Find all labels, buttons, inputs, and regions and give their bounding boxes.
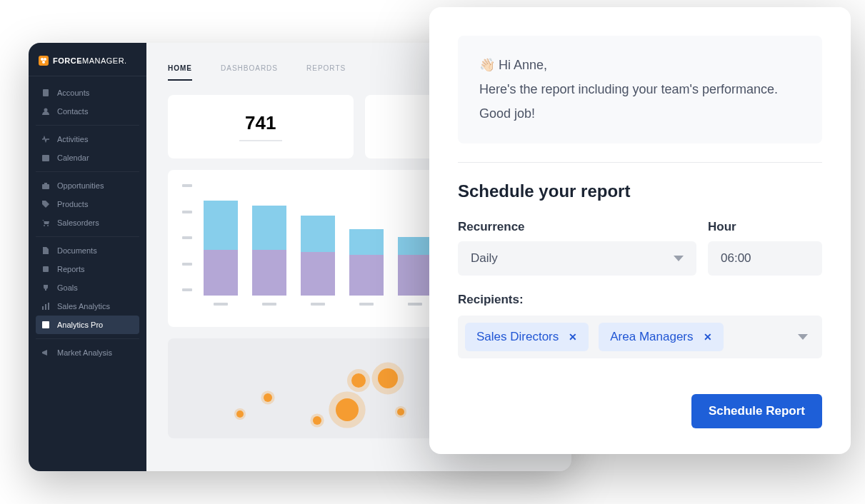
stat-value: 741 (189, 112, 332, 134)
map-dot (236, 410, 244, 418)
sidebar-item-goals[interactable]: Goals (36, 278, 139, 297)
svg-rect-7 (44, 183, 47, 184)
svg-point-8 (44, 225, 45, 226)
tag-icon (41, 200, 50, 208)
sidebar-item-activities[interactable]: Activities (36, 130, 139, 148)
svg-rect-12 (42, 306, 44, 310)
map-dot (351, 373, 366, 388)
svg-rect-13 (45, 304, 46, 310)
sidebar-item-label: Contacts (57, 107, 88, 116)
divider (458, 162, 822, 163)
hour-input[interactable]: 06:00 (708, 241, 822, 276)
sidebar-item-reports[interactable]: Reports (36, 260, 139, 278)
svg-point-0 (41, 58, 44, 61)
greeting-box: 👋🏻 Hi Anne, Here's the report including … (458, 36, 822, 143)
sidebar-item-label: Opportunities (57, 181, 104, 190)
recipient-chip: Sales Directors✕ (465, 323, 589, 351)
svg-rect-10 (43, 266, 49, 272)
sidebar-item-calendar[interactable]: Calendar (36, 148, 139, 167)
sidebar-item-opportunities[interactable]: Opportunities (36, 176, 139, 195)
sidebar-item-label: Calendar (57, 153, 89, 162)
bar-group (398, 237, 432, 306)
bar-group (204, 201, 238, 306)
user-icon (41, 107, 50, 116)
stat-card: 741 (168, 95, 354, 158)
chip-label: Area Managers (610, 330, 693, 344)
sidebar: FORCEMANAGER. AccountsContactsActivities… (29, 43, 146, 471)
wave-icon: 👋🏻 (479, 58, 495, 72)
recipients-select[interactable]: Sales Directors✕Area Managers✕ (458, 316, 822, 358)
logo-text: FORCEMANAGER. (53, 56, 127, 65)
greeting-line1: Hi Anne, (499, 58, 547, 72)
tab-home[interactable]: HOME (168, 64, 192, 81)
cart-icon (41, 218, 50, 227)
megaphone-icon (41, 348, 50, 357)
schedule-report-button[interactable]: Schedule Report (691, 394, 822, 428)
recurrence-select[interactable]: Daily (458, 241, 696, 276)
sidebar-item-label: Reports (57, 265, 85, 273)
greeting-line3: Good job! (479, 101, 801, 126)
map-dot (313, 416, 321, 425)
report-icon (41, 265, 50, 273)
sidebar-item-label: Salesorders (57, 218, 99, 227)
map-dot (336, 398, 359, 421)
recipient-chip: Area Managers✕ (599, 323, 723, 351)
chevron-down-icon (674, 256, 684, 261)
sidebar-item-label: Accounts (57, 89, 89, 97)
sidebar-item-accounts[interactable]: Accounts (36, 84, 139, 102)
doc-icon (41, 246, 50, 255)
section-title: Schedule your report (458, 181, 822, 201)
bar-group (349, 229, 384, 306)
svg-point-2 (42, 61, 45, 64)
svg-rect-15 (42, 321, 49, 328)
calendar-icon (41, 153, 50, 162)
briefcase-icon (41, 181, 50, 190)
logo: FORCEMANAGER. (29, 56, 146, 76)
greeting-line2: Here's the report including your team's … (479, 77, 801, 101)
svg-rect-6 (42, 184, 49, 189)
bars-icon (41, 302, 50, 311)
svg-rect-14 (48, 303, 49, 310)
sidebar-item-label: Documents (57, 246, 97, 255)
chip-remove-icon[interactable]: ✕ (569, 331, 577, 343)
building-icon (41, 89, 50, 97)
sidebar-item-label: Goals (57, 283, 78, 292)
trophy-icon (41, 283, 50, 292)
map-dot (378, 368, 398, 388)
svg-point-9 (47, 225, 49, 226)
bar-group (301, 216, 335, 306)
chart-icon (41, 321, 50, 329)
sidebar-item-label: Market Analysis (57, 348, 112, 357)
hour-label: Hour (708, 220, 822, 234)
svg-point-4 (44, 109, 48, 112)
logo-icon (39, 56, 49, 66)
tab-dashboards[interactable]: DASHBOARDS (221, 64, 278, 81)
chip-remove-icon[interactable]: ✕ (704, 331, 712, 343)
recipients-label: Recipients: (458, 293, 822, 307)
map-dot (264, 393, 272, 402)
sidebar-item-contacts[interactable]: Contacts (36, 102, 139, 121)
bar-group (252, 206, 286, 306)
map-dot (397, 408, 404, 415)
tab-reports[interactable]: REPORTS (306, 64, 346, 81)
recurrence-label: Recurrence (458, 220, 696, 234)
sidebar-item-label: Analytics Pro (57, 321, 103, 329)
sidebar-item-label: Sales Analytics (57, 302, 110, 311)
svg-point-1 (44, 58, 46, 61)
svg-rect-5 (42, 155, 49, 161)
sidebar-item-market-analysis[interactable]: Market Analysis (36, 343, 139, 362)
pulse-icon (41, 135, 50, 143)
sidebar-item-salesorders[interactable]: Salesorders (36, 213, 139, 232)
svg-rect-11 (45, 289, 46, 291)
sidebar-item-sales-analytics[interactable]: Sales Analytics (36, 297, 139, 316)
sidebar-item-analytics-pro[interactable]: Analytics Pro (36, 316, 139, 334)
sidebar-item-label: Products (57, 200, 88, 208)
sidebar-item-products[interactable]: Products (36, 195, 139, 213)
schedule-report-modal: 👋🏻 Hi Anne, Here's the report including … (429, 7, 851, 454)
axis-markers (182, 184, 192, 291)
sidebar-item-label: Activities (57, 135, 88, 143)
sidebar-item-documents[interactable]: Documents (36, 241, 139, 260)
recurrence-value: Daily (471, 251, 498, 266)
chevron-down-icon (798, 334, 808, 340)
svg-rect-3 (43, 89, 49, 96)
